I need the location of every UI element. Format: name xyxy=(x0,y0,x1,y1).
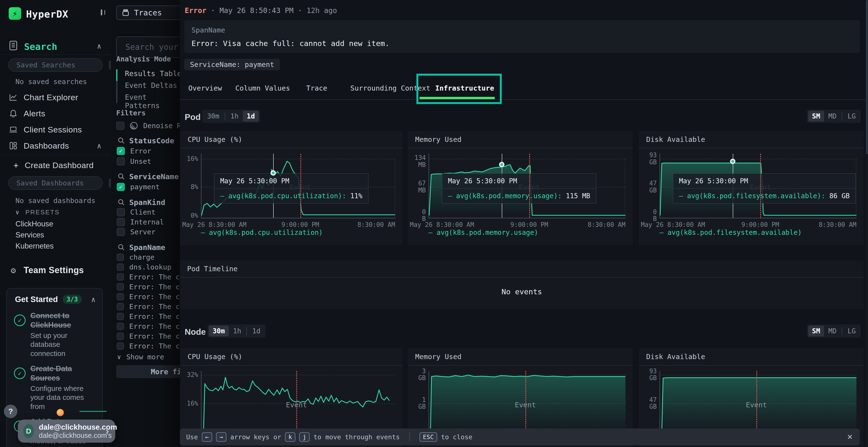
drawer-scrollbar[interactable] xyxy=(866,0,868,447)
size-sm[interactable]: SM xyxy=(808,111,824,122)
chevron-up-icon[interactable]: ∧ xyxy=(91,295,95,304)
tab-trace[interactable]: Trace xyxy=(306,82,327,94)
checkbox-unchecked[interactable] xyxy=(117,157,125,166)
checkbox-unchecked[interactable] xyxy=(117,342,124,350)
range-30m[interactable]: 30m xyxy=(203,111,223,122)
filter-option-error-span[interactable]: Error: The cr xyxy=(117,322,184,331)
get-started-step[interactable]: ✓ Create Data Sources Configure where yo… xyxy=(7,359,102,412)
filter-option-dns-lookup[interactable]: dns.lookup xyxy=(117,263,172,271)
filter-option-payment[interactable]: ✓ payment xyxy=(117,183,160,191)
filter-option-error-span[interactable]: Error: The cr xyxy=(117,342,184,350)
size-lg[interactable]: LG xyxy=(844,325,860,337)
sidebar-item-team-settings[interactable]: ⚙ Team Settings xyxy=(0,265,111,276)
checkbox-unchecked[interactable] xyxy=(117,264,124,271)
saved-dashboards-input[interactable]: ⌘K xyxy=(8,176,103,190)
presets-toggle[interactable]: ∨ PRESETS xyxy=(16,209,60,216)
pod-cpu-plot[interactable]: 16% 8% 0% Event May 26 5:30:00 PM — avg(… xyxy=(201,153,395,218)
search-icon[interactable] xyxy=(118,199,125,206)
mode-event-deltas[interactable]: Event Deltas xyxy=(125,81,177,90)
show-more-button[interactable]: ∨ Show more xyxy=(117,353,164,361)
checkbox-checked[interactable]: ✓ xyxy=(117,183,125,191)
checkbox-unchecked[interactable] xyxy=(117,313,124,320)
saved-dashboards-field[interactable] xyxy=(17,179,105,187)
node-memory-plot[interactable]: 3 GB 1 GB Event xyxy=(429,371,625,433)
filter-option-server[interactable]: Server xyxy=(117,228,156,236)
preset-clickhouse[interactable]: ClickHouse xyxy=(16,220,53,228)
help-button[interactable]: ? xyxy=(4,405,18,418)
create-dashboard-button[interactable]: + Create Dashboard xyxy=(0,160,111,171)
chevron-up-icon[interactable]: ∧ xyxy=(97,42,101,50)
pod-disk-plot[interactable]: 93 GB 47 GB 0 B Event May 26 5:30:00 PM … xyxy=(659,153,857,218)
sidebar-item-alerts[interactable]: Alerts xyxy=(0,108,111,119)
event-search-input[interactable] xyxy=(116,37,186,58)
pod-memory-plot[interactable]: 134 MB 67 MB 0 B Event May 26 5:30:00 PM… xyxy=(429,153,625,218)
event-search-field[interactable] xyxy=(125,42,186,52)
collapse-sidebar-button[interactable] xyxy=(101,10,102,15)
source-selector-button[interactable]: Traces xyxy=(116,5,186,20)
mode-event-patterns[interactable]: Event Patterns xyxy=(125,93,183,110)
sidebar-item-search[interactable]: Search xyxy=(24,41,57,52)
checkbox-unchecked[interactable] xyxy=(117,253,124,261)
pod-size-selector[interactable]: SM MD LG xyxy=(807,110,861,123)
filter-option-internal[interactable]: Internal xyxy=(117,218,164,226)
saved-searches-field[interactable] xyxy=(17,61,105,69)
checkbox-unchecked[interactable] xyxy=(117,218,125,226)
checkbox-unchecked[interactable] xyxy=(117,303,124,310)
saved-searches-input[interactable]: ⌘K xyxy=(8,58,103,72)
more-filters-button[interactable]: More fil xyxy=(116,365,187,378)
filter-option-error-span[interactable]: Error: The cr xyxy=(117,312,184,320)
checkbox-unchecked[interactable] xyxy=(117,283,124,290)
checkbox-unchecked[interactable] xyxy=(117,228,125,236)
node-disk-plot[interactable]: 93 GB 47 GB Event xyxy=(659,371,857,433)
checkbox-unchecked[interactable] xyxy=(117,333,124,340)
denoise-filter-row[interactable]: Denoise Re xyxy=(116,122,185,130)
filter-option-error-span[interactable]: Error: The cr xyxy=(117,332,184,340)
filter-option-error-span[interactable]: Error: The cr xyxy=(117,293,184,301)
filter-option-error-span[interactable]: Error: The cr xyxy=(117,283,184,291)
node-range-selector[interactable]: 30m 1h 1d xyxy=(208,324,266,338)
sidebar-item-client-sessions[interactable]: Client Sessions xyxy=(0,124,111,135)
range-30m[interactable]: 30m xyxy=(209,325,229,337)
user-account-button[interactable]: D dale@clickhouse.com dale@clickhouse.co… xyxy=(18,419,115,443)
range-1d[interactable]: 1d xyxy=(248,325,264,337)
node-cpu-plot[interactable]: 32% 16% Event xyxy=(201,371,395,433)
get-started-step[interactable]: ✓ Connect to ClickHouse Set up your data… xyxy=(7,306,102,359)
filter-option-client[interactable]: Client xyxy=(117,208,156,216)
size-lg[interactable]: LG xyxy=(844,111,860,122)
size-md[interactable]: MD xyxy=(825,111,840,122)
pod-range-selector[interactable]: 30m 1h 1d xyxy=(202,110,260,123)
filter-option-error-span[interactable]: Error: The cr xyxy=(117,303,184,311)
search-icon[interactable] xyxy=(118,137,125,144)
search-icon[interactable] xyxy=(118,173,125,180)
checkbox-unchecked[interactable] xyxy=(117,273,124,281)
size-sm[interactable]: SM xyxy=(808,325,824,337)
filter-option-charge[interactable]: charge xyxy=(117,253,155,261)
range-1h[interactable]: 1h xyxy=(229,325,245,337)
close-icon[interactable]: × xyxy=(847,432,852,442)
sidebar-item-chart-explorer[interactable]: Chart Explorer xyxy=(0,92,111,103)
checkbox-unchecked[interactable] xyxy=(116,122,124,130)
tab-overview[interactable]: Overview xyxy=(188,82,222,94)
filter-option-error-span[interactable]: Error: The cr xyxy=(117,273,184,281)
preset-kubernetes[interactable]: Kubernetes xyxy=(16,242,54,250)
service-name-chip[interactable]: ServiceName: payment xyxy=(184,59,280,70)
tab-column-values[interactable]: Column Values xyxy=(235,82,290,94)
size-md[interactable]: MD xyxy=(825,325,840,337)
filter-option-error[interactable]: ✓ Error xyxy=(117,147,151,155)
mode-results-table[interactable]: Results Table xyxy=(125,69,182,78)
node-size-selector[interactable]: SM MD LG xyxy=(807,324,861,338)
checkbox-unchecked[interactable] xyxy=(117,323,124,330)
checkbox-unchecked[interactable] xyxy=(117,208,125,216)
range-1d[interactable]: 1d xyxy=(243,111,259,122)
filter-option-unset[interactable]: Unset xyxy=(117,157,151,166)
span-name-value: Error: Visa cache full: cannot add new i… xyxy=(191,39,390,48)
checkbox-unchecked[interactable] xyxy=(117,293,124,300)
user-email: dale@clickhouse.com xyxy=(39,423,100,432)
sidebar-item-dashboards[interactable]: Dashboards ∧ xyxy=(0,140,111,151)
checkbox-checked[interactable]: ✓ xyxy=(117,147,125,155)
chevron-down-icon: ∨ xyxy=(117,353,121,360)
preset-services[interactable]: Services xyxy=(16,231,44,239)
brand-title: HyperDX xyxy=(26,9,68,20)
search-icon[interactable] xyxy=(118,244,125,251)
range-1h[interactable]: 1h xyxy=(227,111,243,122)
